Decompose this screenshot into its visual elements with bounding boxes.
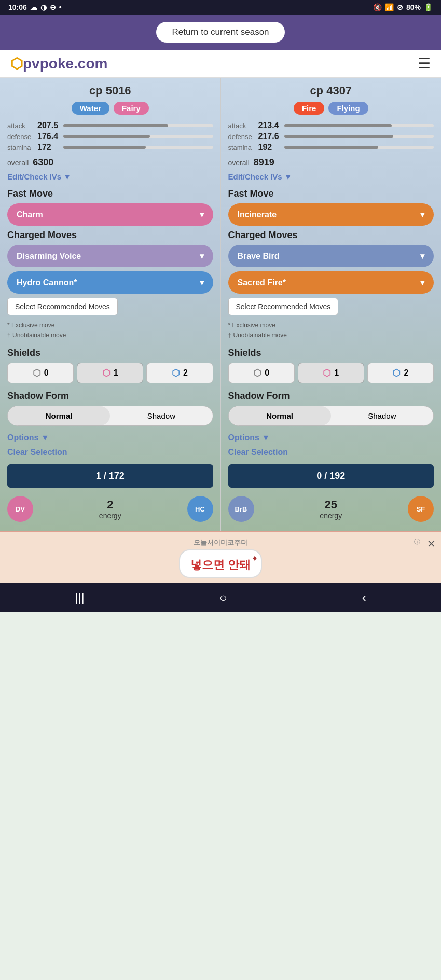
status-right: 🔇 📶 ⊘ 80%🔋 — [373, 3, 433, 11]
dropdown-arrow-cm2-right: ▾ — [420, 278, 424, 287]
score-bar-right: 0 / 192 — [228, 464, 434, 488]
shields-right: Shields ⬡ 0 ⬡ 1 ⬡ 2 — [228, 348, 434, 383]
clear-left[interactable]: Clear Selection — [7, 448, 213, 457]
ad-info-icon[interactable]: ⓘ — [414, 537, 420, 546]
energy-info-right: 25 energy — [320, 498, 342, 520]
stat-attack-right: attack 213.4 — [228, 121, 434, 130]
overall-left: overall 6300 — [7, 157, 213, 168]
clear-right[interactable]: Clear Selection — [228, 448, 434, 457]
cp-right: cp 4307 — [228, 84, 434, 98]
battery: 80% — [406, 3, 421, 11]
fast-move-label-left: Fast Move — [7, 188, 213, 199]
dropdown-arrow-cm2: ▾ — [200, 278, 204, 287]
charged-moves-label-left: Charged Moves — [7, 230, 213, 241]
charged-moves-label-right: Charged Moves — [228, 230, 434, 241]
dropdown-arrow-cm1: ▾ — [200, 251, 204, 261]
shadow-shadow-left[interactable]: Shadow — [110, 406, 212, 425]
stat-stamina-left: stamina 172 — [7, 143, 213, 152]
fast-move-selector-left[interactable]: Charm ▾ — [7, 203, 213, 226]
ad-close-button[interactable]: ✕ — [427, 537, 436, 550]
edit-ivs-right[interactable]: Edit/Check IVs ▼ — [228, 172, 434, 181]
energy-info-left: 2 energy — [99, 498, 121, 520]
stats-right: attack 213.4 defense 217.6 stamina 192 — [228, 121, 434, 152]
header: ⬡pvpoke.com ☰ — [0, 50, 441, 78]
type-flying: Flying — [328, 102, 368, 115]
cp-left: cp 5016 — [7, 84, 213, 98]
status-left: 10:06 ☁ ◑ ⊖ • — [8, 3, 62, 11]
shield-icon-0: ⬡ — [33, 367, 41, 379]
ad-banner: 오늘서이미코주더 넣으면 안돼 ♦ ⓘ ✕ — [0, 531, 441, 583]
shield-1-left[interactable]: ⬡ 1 — [77, 363, 143, 383]
shadow-toggle-left: Normal Shadow — [7, 406, 213, 426]
overall-right: overall 8919 — [228, 157, 434, 168]
shield-icon-2: ⬡ — [172, 367, 180, 379]
shield-1-right[interactable]: ⬡ 1 — [298, 363, 364, 383]
shadow-toggle-right: Normal Shadow — [228, 406, 434, 426]
logo-text: pvpoke.com — [23, 56, 107, 72]
attack-bar-fill-right — [284, 124, 392, 127]
stamina-bar-right — [284, 146, 434, 149]
dot-icon: • — [59, 3, 62, 11]
main-content: cp 5016 Water Fairy attack 207.5 defense… — [0, 78, 441, 531]
rec-moves-button-right[interactable]: Select Recommended Moves — [228, 298, 339, 315]
shield-icon-1-right: ⬡ — [323, 367, 331, 379]
dropdown-arrow-right: ▾ — [420, 210, 424, 219]
shield-0-left[interactable]: ⬡ 0 — [7, 363, 74, 383]
shadow-normal-left[interactable]: Normal — [8, 406, 110, 425]
nav-menu-button[interactable]: ||| — [75, 590, 85, 605]
charged-move2-selector-left[interactable]: Hydro Cannon* ▾ — [7, 271, 213, 294]
rec-moves-button-left[interactable]: Select Recommended Moves — [7, 298, 118, 315]
footnotes-left: * Exclusive move † Unobtainable move — [7, 321, 213, 340]
bottom-move2-right: SF — [408, 496, 434, 522]
shadow-shadow-right[interactable]: Shadow — [331, 406, 433, 425]
defense-bar-right — [284, 135, 434, 138]
footnotes-right: * Exclusive move † Unobtainable move — [228, 321, 434, 340]
stat-stamina-right: stamina 192 — [228, 143, 434, 152]
ad-content: 오늘서이미코주더 넣으면 안돼 ♦ — [179, 538, 262, 578]
charged-move1-selector-right[interactable]: Brave Bird ▾ — [228, 245, 434, 267]
logo: ⬡pvpoke.com — [10, 55, 107, 72]
charged-move2-selector-right[interactable]: Sacred Fire* ▾ — [228, 271, 434, 294]
shield-icon-2-right: ⬡ — [392, 367, 401, 379]
pokemon-panel-right: cp 4307 Fire Flying attack 213.4 defense… — [221, 78, 442, 531]
fast-move-selector-right[interactable]: Incinerate ▾ — [228, 203, 434, 226]
nav-bar: ||| ○ ‹ — [0, 583, 441, 612]
type-water: Water — [72, 102, 109, 115]
stamina-bar-fill-right — [284, 146, 379, 149]
options-right[interactable]: Options ▼ — [228, 433, 434, 443]
shields-row-left: ⬡ 0 ⬡ 1 ⬡ 2 — [7, 363, 213, 383]
stamina-bar-left — [63, 146, 213, 149]
minus-icon: ⊖ — [50, 3, 56, 11]
attack-bar-left — [63, 124, 213, 127]
bottom-moves-left: DV 2 energy HC — [7, 493, 213, 525]
stamina-bar-fill — [63, 146, 146, 149]
defense-bar-left — [63, 135, 213, 138]
attack-bar-fill — [63, 124, 168, 127]
shield-2-right[interactable]: ⬡ 2 — [367, 363, 434, 383]
ad-text: 넣으면 안돼 — [190, 558, 251, 571]
return-season-button[interactable]: Return to current season — [156, 22, 284, 43]
dropdown-arrow-left: ▾ — [200, 210, 204, 219]
nav-home-button[interactable]: ○ — [219, 590, 227, 605]
shadow-normal-right[interactable]: Normal — [229, 406, 331, 425]
shield-icon-1: ⬡ — [102, 367, 111, 379]
circle-icon: ◑ — [40, 3, 47, 11]
bottom-moves-right: BrB 25 energy SF — [228, 493, 434, 525]
fast-move-label-right: Fast Move — [228, 188, 434, 199]
options-left[interactable]: Options ▼ — [7, 433, 213, 443]
type-fire: Fire — [294, 102, 325, 115]
time: 10:06 — [8, 3, 27, 11]
nav-back-button[interactable]: ‹ — [362, 590, 366, 605]
stat-defense-left: defense 176.4 — [7, 132, 213, 141]
type-badges-left: Water Fairy — [7, 102, 213, 115]
edit-ivs-left[interactable]: Edit/Check IVs ▼ — [7, 172, 213, 181]
stat-attack-left: attack 207.5 — [7, 121, 213, 130]
charged-move1-selector-left[interactable]: Disarming Voice ▾ — [7, 245, 213, 267]
hamburger-menu[interactable]: ☰ — [418, 55, 431, 72]
shield-0-right[interactable]: ⬡ 0 — [228, 363, 295, 383]
wifi-icon: 📶 — [385, 3, 394, 11]
shield-2-left[interactable]: ⬡ 2 — [146, 363, 213, 383]
status-bar: 10:06 ☁ ◑ ⊖ • 🔇 📶 ⊘ 80%🔋 — [0, 0, 441, 15]
season-banner: Return to current season — [0, 15, 441, 50]
type-badges-right: Fire Flying — [228, 102, 434, 115]
